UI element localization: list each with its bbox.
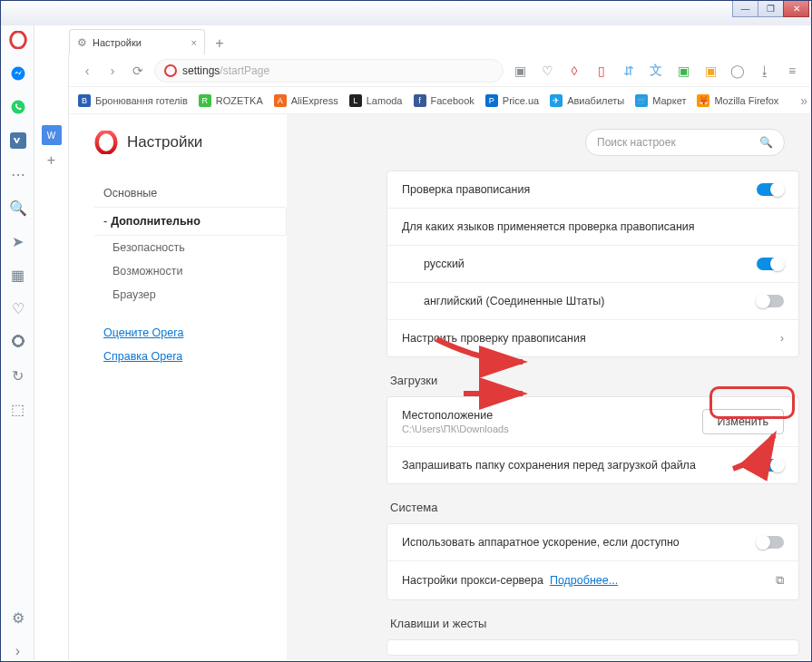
download-location-path: C:\Users\ПК\Downloads xyxy=(402,423,509,434)
gear-icon: ⚙ xyxy=(77,36,87,49)
search-icon[interactable]: 🔍 xyxy=(9,199,27,217)
whatsapp-icon[interactable] xyxy=(9,98,27,116)
bookmark-label: Facebook xyxy=(431,95,474,106)
ask-before-download-label: Запрашивать папку сохранения перед загру… xyxy=(402,459,696,472)
bookmark-label: AliExpress xyxy=(291,95,338,106)
bookmarks-icon[interactable]: ♡ xyxy=(9,299,27,317)
news-icon[interactable]: 🞇 xyxy=(9,333,27,351)
nav-security[interactable]: Безопасность xyxy=(94,236,287,259)
reload-button[interactable]: ⟳ xyxy=(129,62,147,80)
send-icon[interactable]: ➤ xyxy=(9,232,27,250)
expand-panel-icon[interactable]: › xyxy=(9,642,27,660)
speeddial-icon[interactable]: ▦ xyxy=(9,266,27,284)
site-identity-icon[interactable] xyxy=(164,64,177,77)
adblock-icon[interactable]: ◊ xyxy=(565,62,583,80)
address-path: settings/startPage xyxy=(182,64,269,77)
settings-body: Поиск настроек 🔍 Проверка правописания Д… xyxy=(287,114,810,660)
settings-title: Настройки xyxy=(127,133,202,151)
ext-b-icon[interactable]: ▣ xyxy=(701,62,719,80)
bookmark-item[interactable]: AAliExpress xyxy=(274,94,338,107)
downloads-icon[interactable]: ⭳ xyxy=(756,62,774,80)
hwaccel-toggle[interactable] xyxy=(757,536,784,549)
nav-basic[interactable]: Основные xyxy=(94,180,287,207)
downloads-section-title: Загрузки xyxy=(390,374,799,387)
bookmark-label: Lamoda xyxy=(367,95,403,106)
bookmark-favicon: R xyxy=(199,94,211,107)
forward-button[interactable]: › xyxy=(103,62,122,80)
spellcheck-label: Проверка правописания xyxy=(402,183,530,196)
change-location-button[interactable]: Изменить xyxy=(702,409,784,434)
address-bar-row: ‹ › ⟳ settings/startPage ▣ ♡ ◊ ▯ ⇵ 文 ▣ ▣… xyxy=(69,54,810,87)
opera-logo-icon[interactable] xyxy=(9,31,27,49)
vk-icon[interactable] xyxy=(9,131,27,150)
bookmark-favicon: A xyxy=(274,94,287,107)
messenger-icon[interactable] xyxy=(9,64,27,83)
tab-close-icon[interactable]: × xyxy=(191,37,197,48)
workspace-badge[interactable]: W xyxy=(42,125,62,145)
search-icon: 🔍 xyxy=(759,136,773,149)
back-button[interactable]: ‹ xyxy=(78,62,96,80)
spellcheck-toggle[interactable] xyxy=(757,183,784,196)
workspace-add-button[interactable]: + xyxy=(42,151,62,170)
nav-help-opera[interactable]: Справка Opera xyxy=(94,345,287,368)
bookmark-item[interactable]: 🛒Маркет xyxy=(635,94,686,107)
bookmark-favicon: f xyxy=(414,94,426,107)
settings-rail-icon[interactable]: ⚙ xyxy=(9,608,27,627)
bookmark-label: Price.ua xyxy=(503,95,539,106)
bookmark-item[interactable]: PPrice.ua xyxy=(485,94,539,107)
extensions-icon[interactable]: ⬚ xyxy=(9,400,27,418)
bookmark-item[interactable]: ✈Авиабилеты xyxy=(550,94,624,107)
bookmark-favicon: B xyxy=(78,94,91,107)
opera-logo-icon xyxy=(94,131,118,154)
translate-icon[interactable]: 文 xyxy=(647,62,665,80)
ext-a-icon[interactable]: ▣ xyxy=(674,62,692,80)
proxy-settings-row[interactable]: Настройки прокси-сервера Подробнее... ⧉ xyxy=(387,560,798,599)
lang-en-toggle[interactable] xyxy=(757,295,784,307)
easy-setup-icon[interactable]: ≡ xyxy=(783,62,801,80)
spelling-card: Проверка правописания Для каких языков п… xyxy=(386,170,799,357)
bookmarks-bar: BБронювання готелів RROZETKA AAliExpress… xyxy=(69,87,810,114)
new-tab-button[interactable]: + xyxy=(209,33,230,54)
bookmark-label: ROZETKA xyxy=(216,95,263,106)
bookmark-favicon: P xyxy=(485,94,498,107)
vpn-icon[interactable]: ▯ xyxy=(592,62,611,80)
tab-bar: ⚙ Настройки × + xyxy=(34,25,810,54)
proxy-more-link[interactable]: Подробнее... xyxy=(550,574,618,587)
bookmark-item[interactable]: BБронювання готелів xyxy=(78,94,188,107)
opera-side-rail: ⋯ 🔍 ➤ ▦ ♡ 🞇 ↻ ⬚ ⚙ › xyxy=(2,25,34,660)
bookmarks-overflow-icon[interactable]: » xyxy=(800,92,807,110)
bookmark-item[interactable]: LLamoda xyxy=(349,94,403,107)
nav-advanced[interactable]: Дополнительно xyxy=(94,207,287,236)
search-placeholder: Поиск настроек xyxy=(597,136,676,149)
download-location-label: Местоположение xyxy=(402,409,509,422)
profile-icon[interactable]: ◯ xyxy=(729,62,747,80)
svg-point-4 xyxy=(97,131,116,153)
bookmark-item[interactable]: 🦊Mozilla Firefox xyxy=(697,94,778,107)
lang-ru-toggle[interactable] xyxy=(757,258,784,270)
snapshot-icon[interactable]: ▣ xyxy=(511,62,529,80)
window-minimize-button[interactable]: — xyxy=(732,1,758,17)
nav-features[interactable]: Возможности xyxy=(94,259,287,283)
tab-settings[interactable]: ⚙ Настройки × xyxy=(69,29,205,54)
address-bar[interactable]: settings/startPage xyxy=(154,59,504,83)
shortcuts-card xyxy=(386,639,799,656)
bookmark-item[interactable]: RROZETKA xyxy=(199,94,263,107)
bookmark-favicon: ✈ xyxy=(550,94,563,107)
configure-spellcheck-row[interactable]: Настроить проверку правописания › xyxy=(387,319,798,356)
configure-spellcheck-label: Настроить проверку правописания xyxy=(402,332,586,345)
window-maximize-button[interactable]: ❐ xyxy=(758,1,784,17)
history-icon[interactable]: ↻ xyxy=(9,366,27,385)
ask-before-download-toggle[interactable] xyxy=(757,459,784,472)
bookmark-label: Авиабилеты xyxy=(567,95,624,106)
settings-search-input[interactable]: Поиск настроек 🔍 xyxy=(585,129,785,156)
nav-rate-opera[interactable]: Оцените Opera xyxy=(94,321,287,345)
lang-en-label: английский (Соединенные Штаты) xyxy=(424,295,604,307)
bookmark-favicon: L xyxy=(349,94,362,107)
nav-browser[interactable]: Браузер xyxy=(94,283,287,307)
sync-icon[interactable]: ⇵ xyxy=(620,62,638,80)
lang-ru-label: русский xyxy=(424,258,465,270)
spellcheck-langs-intro: Для каких языков применяется проверка пр… xyxy=(402,220,695,233)
bookmark-item[interactable]: fFacebook xyxy=(414,94,474,107)
window-close-button[interactable]: ✕ xyxy=(783,1,809,17)
heart-icon[interactable]: ♡ xyxy=(538,62,556,80)
